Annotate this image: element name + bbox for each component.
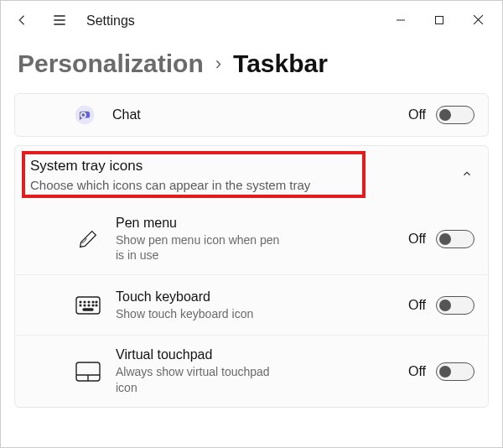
chat-row-card: Chat Off xyxy=(14,93,489,137)
virtual-touchpad-title: Virtual touchpad xyxy=(116,347,283,362)
maximize-button[interactable] xyxy=(420,8,459,34)
svg-point-7 xyxy=(88,301,90,303)
svg-point-14 xyxy=(96,305,97,306)
breadcrumb: Personalization › Taskbar xyxy=(1,41,502,93)
touch-keyboard-row[interactable]: Touch keyboard Show touch keyboard icon … xyxy=(15,274,488,335)
system-tray-header[interactable]: System tray icons Choose which icons can… xyxy=(15,146,488,204)
hamburger-icon xyxy=(51,12,68,31)
close-button[interactable] xyxy=(459,8,497,34)
group-title: System tray icons xyxy=(30,158,310,175)
minimize-icon xyxy=(396,15,406,28)
maximize-icon xyxy=(434,15,444,28)
touch-keyboard-toggle[interactable] xyxy=(436,296,474,315)
pen-menu-title: Pen menu xyxy=(116,216,283,231)
chat-toggle[interactable] xyxy=(436,106,474,124)
pen-menu-toggle-state: Off xyxy=(408,232,426,247)
svg-point-5 xyxy=(80,301,81,303)
touchpad-icon xyxy=(74,357,102,386)
breadcrumb-parent[interactable]: Personalization xyxy=(18,49,204,78)
svg-point-6 xyxy=(84,301,86,303)
svg-point-13 xyxy=(92,305,94,306)
chat-toggle-state: Off xyxy=(408,107,426,122)
virtual-touchpad-toggle[interactable] xyxy=(436,362,474,381)
chat-row[interactable]: Chat Off xyxy=(15,94,488,136)
touch-keyboard-toggle-state: Off xyxy=(408,298,426,313)
back-button[interactable] xyxy=(6,4,39,38)
chat-title: Chat xyxy=(112,107,141,122)
app-title: Settings xyxy=(86,13,135,29)
chevron-right-icon: › xyxy=(215,53,221,75)
pen-icon xyxy=(74,225,102,253)
pen-menu-row[interactable]: Pen menu Show pen menu icon when pen is … xyxy=(15,204,488,274)
svg-point-11 xyxy=(84,305,86,306)
pen-menu-sub: Show pen menu icon when pen is in use xyxy=(116,232,283,263)
svg-rect-0 xyxy=(436,16,443,23)
pen-menu-toggle[interactable] xyxy=(436,230,474,248)
touch-keyboard-sub: Show touch keyboard icon xyxy=(116,306,283,321)
breadcrumb-current: Taskbar xyxy=(233,49,328,78)
virtual-touchpad-toggle-state: Off xyxy=(408,364,426,379)
svg-rect-15 xyxy=(83,309,93,310)
system-tray-group: System tray icons Choose which icons can… xyxy=(14,145,489,408)
virtual-touchpad-sub: Always show virtual touchpad icon xyxy=(116,364,283,394)
svg-point-3 xyxy=(81,113,85,117)
touch-keyboard-title: Touch keyboard xyxy=(116,289,283,305)
keyboard-icon xyxy=(74,291,102,320)
nav-menu-button[interactable] xyxy=(43,4,76,38)
chat-icon xyxy=(70,101,99,129)
back-icon xyxy=(15,13,30,30)
chevron-up-icon xyxy=(461,168,473,183)
virtual-touchpad-row[interactable]: Virtual touchpad Always show virtual tou… xyxy=(15,335,488,406)
svg-point-9 xyxy=(96,301,97,303)
title-bar: Settings xyxy=(1,1,502,41)
svg-point-12 xyxy=(88,305,90,306)
svg-point-8 xyxy=(92,301,94,303)
group-subtitle: Choose which icons can appear in the sys… xyxy=(30,178,310,192)
close-icon xyxy=(473,14,484,28)
minimize-button[interactable] xyxy=(381,8,420,34)
svg-point-10 xyxy=(80,305,81,306)
